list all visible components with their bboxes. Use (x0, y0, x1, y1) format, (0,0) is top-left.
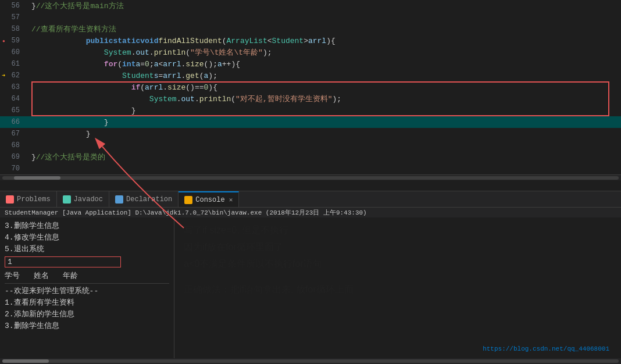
line-num-67: 67 (0, 128, 24, 140)
console-scrollbar-thumb[interactable] (2, 359, 49, 363)
welcome-text: --欢迎来到学生管理系统-- (5, 285, 169, 297)
tab-javadoc-label: Javadoc (74, 195, 103, 204)
annotation-line3: a<0不满足条件所以不执行for语句 (184, 256, 612, 273)
tab-console[interactable]: Console ✕ (179, 191, 239, 207)
annotation-line1: 写了if size=0, 但是不执行 (184, 222, 612, 239)
code-content-58: //查看所有学生资料方法 (24, 23, 621, 35)
annotation-panel: 写了if size=0, 但是不执行 因为if放在for循环里面了 a<0不满足… (174, 217, 621, 358)
tab-declaration[interactable]: Declaration (109, 191, 179, 207)
line-num-64: 64 (0, 93, 24, 105)
menu-item-3-del: 3.删除学生信息 (5, 220, 169, 231)
line-num-57: 57 (0, 12, 24, 23)
menu-item2-3: 3.删除学生信息 (5, 320, 169, 331)
tab-bar: Problems Javadoc Declaration Console ✕ (0, 191, 621, 207)
javadoc-icon (63, 195, 71, 204)
code-content-59: public static void findAllStudent(ArrayL… (24, 35, 621, 47)
console-output: 3.删除学生信息 4.修改学生信息 5.退出系统 1 学号 姓名 年龄 --欢迎… (0, 217, 174, 358)
menu-item2-2: 2.添加新的学生信息 (5, 308, 169, 320)
line-num-56: 56 (0, 0, 24, 12)
line-num-62: 62 (0, 70, 24, 81)
col-name: 姓名 (34, 270, 49, 281)
problems-icon (6, 195, 14, 204)
console-left-content: 3.删除学生信息 4.修改学生信息 5.退出系统 1 学号 姓名 年龄 --欢迎… (5, 220, 169, 331)
bottom-panel: StudentManager [Java Application] D:\Jav… (0, 207, 621, 364)
code-line-68: 68 (0, 140, 621, 151)
code-line-56: 56 }//这个大括号是main方法 (0, 0, 621, 12)
line-num-69: 69 (0, 151, 24, 163)
code-content-56: }//这个大括号是main方法 (24, 0, 621, 12)
line-num-63: 63 (0, 81, 24, 93)
line-num-66: 66 (0, 116, 24, 128)
input-value: 1 (8, 258, 12, 266)
tab-console-label: Console (195, 196, 224, 204)
line-num-70: 70 (0, 163, 24, 174)
console-icon (184, 196, 192, 204)
code-content-60: System.out.println("学号\t姓名\t年龄"); (24, 47, 621, 58)
code-content-67: } (24, 128, 621, 140)
code-content-65: } (24, 105, 621, 116)
line-num-60: 60 (0, 47, 24, 58)
line-num-61: 61 (0, 58, 24, 70)
code-content-68 (24, 140, 621, 151)
url-watermark: https://blog.csdn.net/qq_44068001 (483, 345, 609, 352)
annotation-text: 写了if size=0, 但是不执行 因为if放在for循环里面了 a<0不满足… (184, 222, 612, 298)
code-lines: 56 }//这个大括号是main方法 57 58 //查看所有学生资料方法 59… (0, 0, 621, 174)
declaration-icon (115, 195, 123, 204)
code-scrollbar[interactable] (0, 174, 621, 180)
scrollbar-track (2, 176, 619, 180)
console-close-icon[interactable]: ✕ (229, 196, 233, 204)
tab-declaration-label: Declaration (126, 195, 172, 204)
line-num-58: 58 (0, 23, 24, 35)
code-line-67: 67 } (0, 128, 621, 140)
line-num-68: 68 (0, 140, 24, 151)
tab-javadoc[interactable]: Javadoc (57, 191, 109, 207)
code-content-70 (24, 163, 621, 174)
annotation-line2: 因为if放在for循环里面了 (184, 239, 612, 256)
line-num-65: 65 (0, 105, 24, 116)
annotation-spacer (184, 272, 612, 281)
code-line-57: 57 (0, 12, 621, 23)
console-header: StudentManager [Java Application] D:\Jav… (0, 207, 621, 217)
col-xuenum: 学号 (5, 270, 20, 281)
console-divider (5, 283, 169, 284)
code-line-69: 69 }//这个大括号是类的 (0, 151, 621, 163)
menu-item-4-edit: 4.修改学生信息 (5, 231, 169, 243)
menu-item2-1: 1.查看所有学生资料 (5, 297, 169, 308)
tab-problems-label: Problems (17, 195, 51, 204)
col-age: 年龄 (63, 270, 78, 281)
code-editor: 56 }//这个大括号是main方法 57 58 //查看所有学生资料方法 59… (0, 0, 621, 191)
console-scrollbar[interactable] (0, 358, 621, 364)
code-line-65: 65 } (0, 105, 621, 116)
code-content-57 (24, 12, 621, 23)
code-content-69: }//这个大括号是类的 (24, 151, 621, 163)
code-line-58: 58 //查看所有学生资料方法 (0, 23, 621, 35)
menu-item-5-exit: 5.退出系统 (5, 243, 169, 255)
input-field-1[interactable]: 1 (5, 256, 121, 267)
code-line-70: 70 (0, 163, 621, 174)
console-body: 3.删除学生信息 4.修改学生信息 5.退出系统 1 学号 姓名 年龄 --欢迎… (0, 217, 621, 358)
scrollbar-thumb[interactable] (14, 176, 60, 180)
console-header-text: StudentManager [Java Application] D:\Jav… (5, 208, 367, 217)
annotation-line5: 正确做法：把if语句拿出来, 放for循环上面 (184, 281, 612, 298)
annotation-container: 写了if size=0, 但是不执行 因为if放在for循环里面了 a<0不满足… (184, 222, 612, 354)
red-box-container: 63 if(arrl.size()==0){ 64 System.out.pri… (0, 81, 621, 116)
console-scrollbar-track (2, 359, 619, 363)
tab-problems[interactable]: Problems (0, 191, 57, 207)
line-num-59: 59 (0, 35, 24, 47)
table-header: 学号 姓名 年龄 (5, 270, 169, 281)
